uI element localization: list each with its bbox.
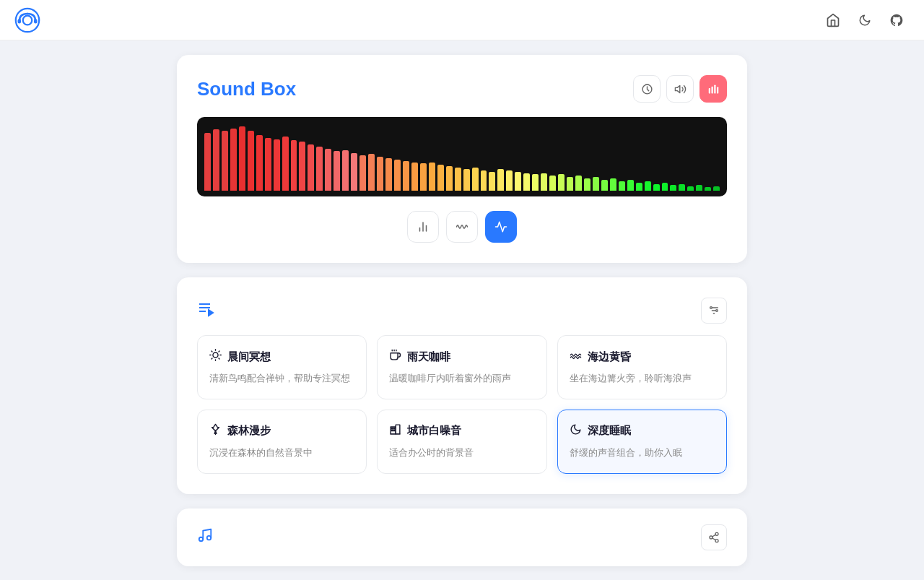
svg-line-49 [712, 534, 716, 537]
scene-card-desc: 坐在海边篝火旁，聆听海浪声 [570, 372, 715, 386]
app-logo-icon [14, 7, 40, 33]
scene-card-title: 森林漫步 [209, 423, 354, 439]
svg-line-26 [212, 351, 212, 352]
svg-rect-42 [394, 430, 395, 430]
equalizer-bar [515, 172, 521, 191]
equalizer-visualizer [197, 117, 727, 196]
scene-card-title-text: 海边黄昏 [588, 350, 631, 364]
equalizer-bar [368, 154, 375, 191]
logo-area [14, 7, 40, 33]
scene-card[interactable]: 海边黄昏坐在海边篝火旁，聆听海浪声 [557, 335, 727, 399]
pulse-icon [494, 220, 507, 233]
bottom-section-icon [197, 527, 213, 547]
svg-rect-9 [714, 85, 715, 93]
equalizer-bar [446, 166, 453, 191]
timer-button[interactable] [633, 75, 661, 103]
scene-card[interactable]: 雨天咖啡温暖咖啡厅内听着窗外的雨声 [377, 335, 546, 399]
svg-rect-41 [392, 430, 393, 430]
share-button[interactable] [701, 524, 727, 550]
scene-card-desc: 清新鸟鸣配合禅钟，帮助专注冥想 [209, 372, 354, 386]
equalizer-bar [455, 168, 461, 191]
equalizer-bar [230, 129, 237, 191]
equalizer-bar [705, 187, 711, 191]
equalizer-bar [610, 178, 616, 191]
equalizer-bar [222, 131, 228, 191]
wave-viz-button[interactable] [446, 211, 478, 243]
svg-line-31 [219, 351, 219, 352]
equalizer-bar [549, 176, 556, 191]
scene-card-title: 深度睡眠 [570, 423, 715, 439]
scene-card-title-text: 森林漫步 [227, 424, 271, 438]
equalizer-bar [420, 163, 427, 191]
equalizer-bar [308, 144, 314, 191]
theme-toggle-button[interactable] [852, 7, 878, 33]
scene-card-icon [209, 349, 222, 365]
scenes-section-header [197, 298, 727, 324]
equalizer-bar [325, 149, 331, 191]
volume-button[interactable] [666, 75, 694, 103]
scene-card[interactable]: 深度睡眠舒缓的声音组合，助你入眠 [557, 410, 727, 474]
svg-rect-8 [711, 86, 712, 93]
svg-marker-6 [675, 85, 679, 92]
scene-card[interactable]: 城市白噪音适合办公时的背景音 [377, 410, 546, 474]
scene-card-icon [570, 423, 582, 439]
pulse-viz-button[interactable] [485, 211, 517, 243]
equalizer-bar [282, 137, 289, 191]
equalizer-bar [645, 181, 651, 191]
scenes-card: 晨间冥想清新鸟鸣配合禅钟，帮助专注冥想雨天咖啡温暖咖啡厅内听着窗外的雨声海边黄昏… [177, 277, 747, 494]
svg-point-1 [23, 15, 32, 25]
github-button[interactable] [884, 7, 910, 33]
card-title: Sound Box [197, 78, 296, 100]
equalizer-bar [619, 181, 625, 191]
equalizer-bar [342, 150, 349, 191]
github-icon [889, 13, 904, 27]
equalizer-bar [403, 161, 409, 191]
svg-rect-40 [394, 428, 395, 428]
equalizer-bar [429, 163, 435, 191]
timer-icon [641, 83, 653, 95]
scene-card-title-text: 雨天咖啡 [407, 350, 450, 364]
scene-grid: 晨间冥想清新鸟鸣配合禅钟，帮助专注冥想雨天咖啡温暖咖啡厅内听着窗外的雨声海边黄昏… [197, 335, 727, 474]
card-header-actions [633, 75, 727, 103]
equalizer-bar [394, 160, 401, 191]
equalizer-bar [472, 168, 479, 191]
equalizer-bar [239, 126, 245, 191]
svg-rect-39 [392, 428, 393, 428]
svg-point-21 [710, 307, 712, 309]
equalizer-bar [558, 174, 565, 191]
equalizer-bar [334, 151, 340, 191]
topbar [0, 0, 924, 40]
soundbox-card: Sound Box [177, 55, 747, 263]
moon-icon [858, 14, 871, 27]
equalizer-bar [687, 186, 694, 191]
bar-chart-viz-button[interactable] [407, 211, 439, 243]
equalizer-button[interactable] [699, 75, 727, 103]
equalizer-bar [653, 184, 660, 191]
equalizer-bar [593, 177, 599, 191]
scenes-filter-button[interactable] [701, 298, 727, 324]
scene-card-title: 城市白噪音 [389, 423, 534, 439]
equalizer-bar [481, 170, 487, 191]
equalizer-bar [385, 158, 392, 191]
svg-line-48 [712, 538, 716, 540]
share-icon [708, 532, 720, 543]
svg-rect-7 [708, 88, 710, 94]
scene-card[interactable]: 晨间冥想清新鸟鸣配合禅钟，帮助专注冥想 [197, 335, 367, 399]
svg-line-27 [219, 358, 219, 359]
viz-controls [197, 211, 727, 243]
equalizer-bar [265, 138, 271, 191]
scene-card-desc: 温暖咖啡厅内听着窗外的雨声 [389, 372, 534, 386]
equalizer-bar [713, 186, 720, 191]
svg-rect-2 [18, 19, 22, 23]
wave-icon [456, 220, 468, 233]
center-panel: Sound Box [177, 55, 747, 580]
equalizer-bar [541, 173, 547, 191]
scene-card-desc: 沉浸在森林的自然音景中 [209, 446, 354, 460]
svg-rect-37 [396, 425, 401, 434]
home-button[interactable] [820, 7, 846, 33]
equalizer-icon [708, 84, 719, 95]
equalizer-bar [291, 140, 297, 191]
scene-card[interactable]: 森林漫步沉浸在森林的自然音景中 [197, 410, 367, 474]
scene-card-desc: 舒缓的声音组合，助你入眠 [570, 446, 715, 460]
bottom-section-header [197, 524, 727, 550]
